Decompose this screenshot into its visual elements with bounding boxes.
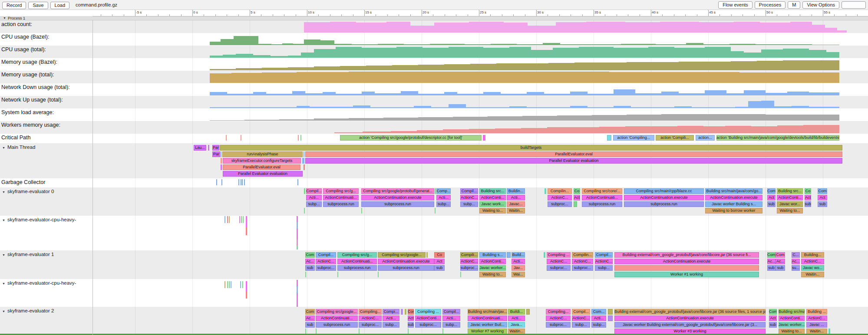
event-tick[interactable] (221, 179, 222, 185)
timeline-bar[interactable]: ActionC... (548, 195, 572, 200)
timeline-bar[interactable]: Ac... (305, 315, 315, 321)
timeline-bar[interactable]: Building external/com_google_protobuf/ja… (614, 252, 759, 258)
timeline-bar[interactable]: Building ... (806, 309, 827, 315)
m-button[interactable]: M (788, 1, 800, 9)
timeline-bar[interactable]: Compiling ... (415, 309, 441, 315)
timeline-bar[interactable]: ParallelEvaluator.eval (305, 151, 842, 157)
timeline-bar[interactable]: Acti... (383, 315, 399, 321)
timeline-bar[interactable]: Javac... (507, 201, 525, 207)
event-tick[interactable] (229, 216, 230, 223)
timeline-bar[interactable]: Javac worker Buil... (468, 322, 507, 328)
timeline-bar[interactable]: ActionContinuation.execute (361, 195, 434, 200)
timeline-bar[interactable]: sub (408, 322, 414, 328)
track-collapse-label[interactable]: ▼skyframe-evaluator 1 (2, 252, 54, 257)
timeline-bar[interactable]: Comp... (436, 188, 451, 194)
timeline-bar[interactable]: subprocess.run (323, 201, 359, 207)
timeline-bar[interactable]: Worker #1 working (614, 272, 759, 277)
timeline-bar[interactable]: Lau... (194, 145, 206, 151)
timeline-bar[interactable]: Compil... (442, 309, 460, 315)
timeline-bar[interactable]: Compiling ... (547, 252, 571, 258)
timeline-bar[interactable]: ActionC... (546, 315, 571, 321)
event-tick[interactable] (239, 216, 240, 223)
timeline-bar[interactable]: ParallelEvaluator.eval (223, 164, 300, 170)
event-tick[interactable] (297, 179, 298, 185)
timeline-bar[interactable]: Parallel Evaluator evaluation (223, 171, 303, 177)
event-tick[interactable] (244, 179, 245, 185)
event-tick[interactable] (224, 281, 225, 288)
timeline-bar[interactable]: Javac worker Building external/com_googl… (614, 322, 766, 328)
timeline-bar[interactable] (405, 309, 406, 315)
event-tick[interactable] (297, 222, 298, 229)
timeline-bar[interactable] (574, 201, 577, 207)
timeline-bar[interactable]: subproc... (316, 265, 336, 271)
timeline-bar[interactable] (545, 188, 546, 194)
timeline-bar[interactable] (435, 208, 436, 213)
timeline-bar[interactable] (304, 164, 305, 170)
timeline-bar[interactable]: subp... (442, 322, 460, 328)
timeline-bar[interactable]: Acti... (436, 195, 451, 200)
timeline-bar[interactable]: action... (696, 135, 715, 141)
timeline-bar[interactable]: subp... (306, 201, 322, 207)
event-tick[interactable] (297, 245, 298, 250)
timeline-bar[interactable]: sub (305, 265, 315, 271)
event-tick[interactable] (240, 281, 241, 288)
timeline-bar[interactable]: Compilin... (548, 188, 572, 194)
timeline-bar[interactable]: su... (792, 265, 800, 271)
timeline-bar[interactable]: runAnalysisPhase (222, 151, 303, 157)
timeline-bar[interactable]: ActionC... (572, 259, 593, 264)
timeline-bar[interactable]: Com (767, 188, 776, 194)
timeline-bar[interactable]: subproc... (572, 265, 593, 271)
timeline-bar[interactable]: Javac worker Building s... (705, 201, 762, 207)
timeline-bar[interactable]: subprocess.run (582, 201, 622, 207)
timeline-bar[interactable]: Compi... (383, 309, 399, 315)
event-tick[interactable] (242, 179, 243, 185)
timeline-bar[interactable]: Par (212, 145, 219, 151)
timeline-bar[interactable]: Waitin... (801, 272, 824, 277)
timeline-bar[interactable]: Parallel Evaluator evaluation (305, 158, 842, 164)
timeline-bar[interactable]: Buildin... (507, 188, 525, 194)
timeline-bar[interactable]: Java... (508, 322, 525, 328)
timeline-bar[interactable]: sub (434, 265, 445, 271)
processes-button[interactable]: Processes (755, 1, 785, 9)
timeline-bar[interactable]: Wai... (512, 272, 525, 277)
timeline-bar[interactable]: ActionC... (595, 259, 613, 264)
timeline-bar[interactable]: Compil... (316, 252, 336, 258)
view-options-button[interactable]: View Options (802, 1, 839, 9)
timeline-bar[interactable]: subproc... (460, 265, 478, 271)
timeline-bar[interactable]: Acti... (508, 315, 525, 321)
timeline-bar[interactable]: Par (212, 151, 220, 157)
time-ruler[interactable]: -5 s0 s5 s10 s15 s20 s25 s30 s35 s40 s45… (92, 10, 868, 16)
timeline-bar[interactable]: ActionConti... (479, 195, 506, 200)
timeline-bar[interactable]: Compiling src/google... (316, 309, 358, 315)
timeline-bar[interactable]: subprocess.run (378, 265, 434, 271)
event-tick[interactable] (241, 216, 242, 223)
timeline-bar[interactable]: subprocess.run (624, 201, 704, 207)
timeline-bar[interactable]: Acti... (442, 315, 460, 321)
timeline-bar[interactable]: ActionC... (572, 315, 590, 321)
timeline-bar[interactable]: ActionContinuati... (337, 259, 377, 264)
timeline-bar[interactable]: ActionContinuation.execute (614, 315, 766, 321)
timeline-bar[interactable]: Act (769, 315, 777, 321)
timeline-bar[interactable]: buildTargets (220, 145, 842, 151)
timeline-bar[interactable]: ActionC... (316, 259, 336, 264)
timeline-bar[interactable]: Com (776, 252, 785, 258)
timeline-bar[interactable]: Building src... (479, 188, 506, 194)
blank-button[interactable] (842, 1, 866, 9)
timeline-bar[interactable]: subproc... (415, 322, 441, 328)
timeline-bar[interactable]: sub (767, 265, 776, 271)
flow-events-button[interactable]: Flow events (718, 1, 752, 9)
timeline-bar[interactable]: Act (434, 259, 445, 264)
track-collapse-label[interactable]: ▼skyframe-evaluator-cpu-heavy- (2, 217, 76, 222)
event-tick[interactable] (246, 281, 247, 292)
timeline-bar[interactable]: subproc... (548, 201, 572, 207)
event-tick[interactable] (224, 216, 225, 223)
event-tick[interactable] (242, 281, 243, 288)
timeline-bar[interactable]: ActionContinuati... (323, 195, 359, 200)
timeline-bar[interactable]: ActionConti... (777, 195, 803, 200)
timeline-bar[interactable]: Building src... (777, 188, 803, 194)
timeline-bar[interactable]: Act (805, 195, 811, 200)
timeline-bar[interactable]: Compil... (460, 188, 478, 194)
timeline-bar[interactable]: Co (434, 252, 445, 258)
timeline-bar[interactable]: Buildi... (508, 309, 525, 315)
timeline-bar[interactable]: Waiting to... (777, 208, 803, 213)
